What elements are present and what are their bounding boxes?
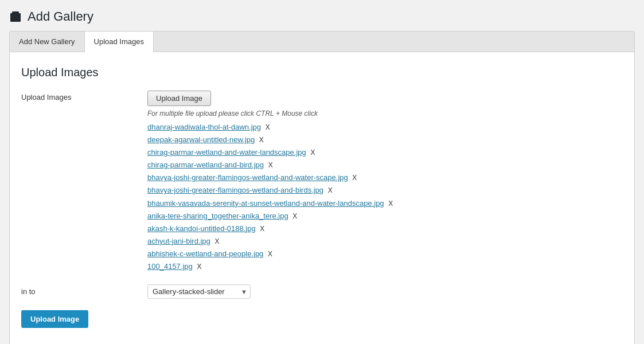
- list-item: abhishek-c-wetland-and-people.jpg X: [147, 248, 623, 260]
- file-list: dhanraj-wadiwala-thol-at-dawn.jpg X deep…: [147, 121, 623, 273]
- file-link[interactable]: achyut-jani-bird.jpg: [147, 237, 210, 245]
- file-link[interactable]: anika-tere-sharing_together-anika_tere.j…: [147, 212, 288, 220]
- list-item: bhavya-joshi-greater-flamingos-wetland-a…: [147, 171, 623, 184]
- file-link[interactable]: deepak-agarwal-untitled-new.jpg: [147, 135, 255, 144]
- file-link[interactable]: bhavya-joshi-greater-flamingos-wetland-a…: [147, 173, 348, 182]
- file-link[interactable]: akash-k-kandoi-untitled-0188.jpg: [147, 224, 256, 233]
- file-remove-4[interactable]: X: [352, 174, 357, 182]
- tabs-container: Add New Gallery Upload Images Upload Ima…: [9, 31, 635, 344]
- file-remove-7[interactable]: X: [292, 212, 297, 220]
- list-item: akash-k-kandoi-untitled-0188.jpg X: [147, 222, 623, 235]
- list-item: 100_4157.jpg X: [147, 260, 623, 273]
- tab-content: Upload Images Upload Images Upload Image…: [10, 52, 634, 344]
- submit-upload-button[interactable]: Upload Image: [21, 310, 88, 328]
- file-remove-5[interactable]: X: [328, 186, 333, 194]
- file-remove-8[interactable]: X: [260, 225, 264, 233]
- file-link[interactable]: bhavya-joshi-greater-flamingos-wetland-a…: [147, 186, 323, 194]
- file-remove-0[interactable]: X: [266, 123, 270, 131]
- upload-images-field: Upload Image For multiple file upload pl…: [147, 91, 623, 273]
- list-item: achyut-jani-bird.jpg X: [147, 235, 623, 248]
- list-item: bhavya-joshi-greater-flamingos-wetland-a…: [147, 184, 623, 197]
- gallery-select[interactable]: Gallery-stacked-slider: [147, 284, 251, 299]
- file-remove-9[interactable]: X: [214, 237, 219, 245]
- file-link[interactable]: abhishek-c-wetland-and-people.jpg: [147, 249, 263, 258]
- file-link[interactable]: 100_4157.jpg: [147, 262, 193, 271]
- into-row: in to Gallery-stacked-slider ▼: [21, 284, 623, 299]
- list-item: anika-tere-sharing_together-anika_tere.j…: [147, 210, 623, 222]
- page-title: Add Gallery: [28, 9, 93, 24]
- tab-upload-images[interactable]: Upload Images: [85, 32, 154, 52]
- into-label: in to: [21, 287, 147, 296]
- file-remove-3[interactable]: X: [268, 161, 273, 169]
- gallery-icon: [9, 10, 22, 23]
- svg-rect-0: [10, 13, 21, 22]
- file-link[interactable]: dhanraj-wadiwala-thol-at-dawn.jpg: [147, 123, 261, 131]
- file-link[interactable]: bhaumik-vasavada-serenity-at-sunset-wetl…: [147, 199, 384, 208]
- gallery-select-wrapper: Gallery-stacked-slider ▼: [147, 284, 251, 299]
- file-remove-6[interactable]: X: [388, 200, 393, 208]
- file-remove-2[interactable]: X: [310, 148, 315, 157]
- tabs-nav: Add New Gallery Upload Images: [10, 32, 634, 52]
- file-link[interactable]: chirag-parmar-wetland-and-bird.jpg: [147, 161, 264, 169]
- upload-images-row: Upload Images Upload Image For multiple …: [21, 91, 623, 273]
- list-item: bhaumik-vasavada-serenity-at-sunset-wetl…: [147, 197, 623, 210]
- tab-add-new-gallery[interactable]: Add New Gallery: [10, 32, 85, 52]
- list-item: chirag-parmar-wetland-and-water-landscap…: [147, 146, 623, 159]
- svg-rect-1: [12, 11, 19, 14]
- page-header: Add Gallery: [9, 9, 635, 24]
- list-item: deepak-agarwal-untitled-new.jpg X: [147, 134, 623, 146]
- file-remove-1[interactable]: X: [259, 136, 264, 144]
- list-item: dhanraj-wadiwala-thol-at-dawn.jpg X: [147, 121, 623, 134]
- section-title: Upload Images: [21, 66, 623, 79]
- upload-hint: For multiple file upload please click CT…: [147, 110, 623, 118]
- upload-images-label: Upload Images: [21, 91, 147, 101]
- file-link[interactable]: chirag-parmar-wetland-and-water-landscap…: [147, 148, 306, 157]
- upload-image-button[interactable]: Upload Image: [147, 91, 211, 106]
- file-remove-10[interactable]: X: [268, 250, 272, 258]
- file-remove-11[interactable]: X: [197, 263, 201, 271]
- list-item: chirag-parmar-wetland-and-bird.jpg X: [147, 159, 623, 171]
